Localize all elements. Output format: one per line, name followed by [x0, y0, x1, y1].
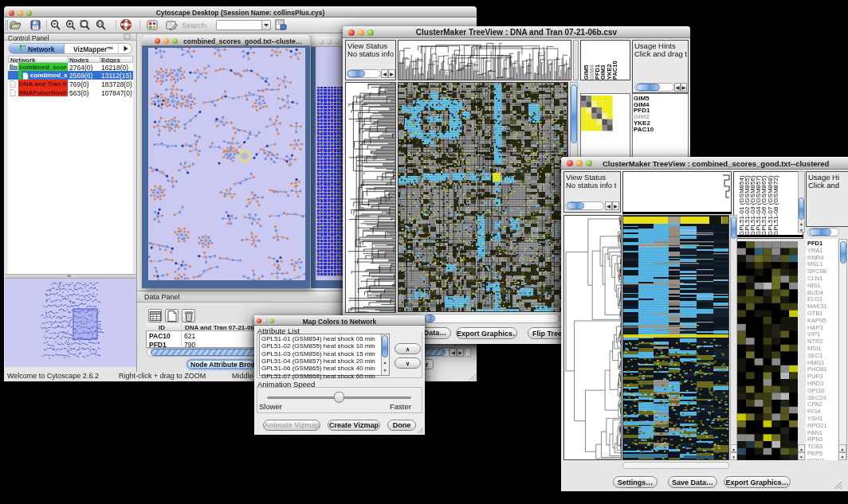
svg-text:GPL51-08 (GSM872): GPL51-08 (GSM872)	[772, 175, 779, 236]
svg-text:1:1: 1:1	[97, 22, 103, 26]
svg-text:PAC10: PAC10	[611, 61, 618, 80]
